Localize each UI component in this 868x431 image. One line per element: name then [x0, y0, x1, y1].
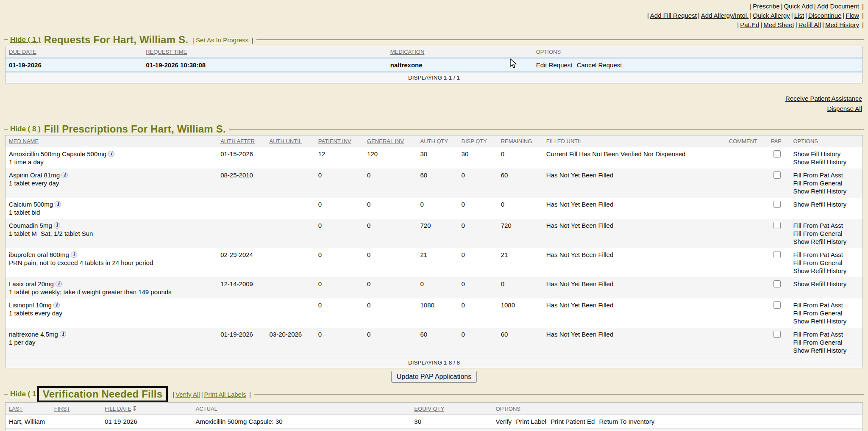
pat-ed-link[interactable]: Pat.Ed [736, 21, 759, 28]
info-icon[interactable]: i [60, 331, 66, 337]
general-inv: 0 [364, 328, 417, 357]
quick-add-link[interactable]: Quick Add [780, 3, 813, 10]
info-icon[interactable]: i [54, 222, 60, 229]
refill-all-link[interactable]: Refill All [794, 21, 821, 28]
auth-after [217, 219, 266, 248]
pap-checkbox[interactable] [773, 222, 781, 229]
print-all-labels-link[interactable]: Print All Labels [200, 391, 246, 398]
verification-hide-link[interactable]: Hide ( 1 ) [10, 390, 41, 398]
add-fill-request-link[interactable]: Add Fill Request [646, 12, 697, 19]
col-remaining: REMAINING [498, 135, 543, 147]
quick-allergy-link[interactable]: Quick Allergy [748, 12, 790, 19]
fill-from-general-link[interactable]: Fill From General [793, 179, 859, 187]
col-medication[interactable]: MEDICATION [387, 46, 533, 58]
fill-from-general-link[interactable]: Fill From General [793, 229, 859, 238]
flow-link[interactable]: Flow [841, 12, 859, 19]
pap-checkbox[interactable] [773, 201, 781, 208]
fill-from-pat-asst-link[interactable]: Fill From Pat Asst [793, 301, 859, 309]
fill-from-pat-asst-link[interactable]: Fill From Pat Asst [793, 171, 859, 179]
verify-link[interactable]: Verify [496, 418, 512, 425]
col-first[interactable]: FIRST [51, 403, 101, 415]
update-pap-applications-button[interactable]: Update PAP Applications [391, 371, 477, 383]
request-row[interactable]: 01-19-2026 01-19-2026 10:38:08 naltrexon… [6, 58, 863, 72]
med-sig: PRN pain, not to exceed 4 tablets in 24 … [9, 259, 214, 267]
disp-qty: 0 [458, 169, 498, 198]
show-refill-history-link[interactable]: Show Refill History [793, 158, 859, 166]
pap-checkbox[interactable] [773, 171, 781, 179]
col-patient-inv[interactable]: PATIENT INV [315, 135, 364, 147]
med-name[interactable]: Lasix oral 20mg [9, 280, 54, 287]
col-general-inv[interactable]: GENERAL INV [364, 135, 417, 147]
auth-until [266, 219, 314, 248]
med-name[interactable]: Coumadin 5mg [9, 222, 52, 229]
prescribe-link[interactable]: Prescribe [748, 3, 779, 10]
show-refill-history-link[interactable]: Show Refill History [793, 280, 859, 288]
med-name[interactable]: ibuprofen oral 600mg [9, 251, 69, 258]
fill-hide-link[interactable]: Hide ( 8 ) [10, 125, 41, 133]
pap-checkbox[interactable] [773, 251, 781, 258]
med-sheet-link[interactable]: Med Sheet [759, 21, 794, 28]
discontinue-link[interactable]: Discontinue [804, 12, 841, 19]
cancel-request-link[interactable]: Cancel Request [577, 61, 622, 69]
col-med-name[interactable]: MED NAME [6, 135, 217, 147]
show-refill-history-link[interactable]: Show Refill History [793, 346, 859, 354]
info-icon[interactable]: i [108, 151, 114, 157]
auth-after: 01-15-2026 [217, 147, 266, 169]
col-request-time[interactable]: REQUEST TIME [142, 46, 387, 58]
pap-checkbox[interactable] [773, 331, 781, 338]
verify-all-link[interactable]: Verify All [171, 391, 200, 398]
print-label-link[interactable]: Print Label [516, 418, 546, 425]
col-last[interactable]: LAST [6, 403, 51, 415]
requests-footer-row: DISPLAYING 1-1 / 1 [6, 72, 863, 83]
med-name[interactable]: Lisinopril 10mg [9, 301, 52, 309]
requests-legend: Hide ( 1 ) Requests For Hart, William S.… [4, 34, 864, 46]
col-fill-date[interactable]: FILL DATE↧ [101, 403, 192, 415]
set-as-in-progress-link[interactable]: Set As In Progress [192, 36, 248, 44]
col-auth-until[interactable]: AUTH UNTIL [266, 135, 314, 147]
auth-qty: 0 [417, 277, 458, 298]
med-name[interactable]: Amoxicillin 500mg Capsule 500mg [9, 150, 106, 157]
pap-checkbox[interactable] [773, 150, 781, 157]
auth-after: 01-19-2026 [217, 328, 266, 357]
list-link[interactable]: List [790, 12, 804, 19]
show-refill-history-link[interactable]: Show Refill History [793, 187, 859, 195]
fill-from-general-link[interactable]: Fill From General [793, 338, 859, 346]
info-icon[interactable]: i [61, 172, 68, 178]
fill-from-pat-asst-link[interactable]: Fill From Pat Asst [793, 251, 859, 259]
add-document-link[interactable]: Add Document [813, 3, 859, 10]
auth-until [266, 277, 314, 298]
add-allergy-intol-link[interactable]: Add Allergy/Intol. [697, 12, 748, 19]
pap-checkbox[interactable] [773, 280, 781, 287]
info-icon[interactable]: i [55, 201, 61, 207]
fill-from-general-link[interactable]: Fill From General [793, 309, 859, 317]
med-name[interactable]: Calcium 500mg [9, 201, 53, 208]
info-icon[interactable]: i [71, 251, 77, 258]
show-refill-history-link[interactable]: Show Refill History [793, 200, 859, 208]
print-patient-ed-link[interactable]: Print Patient Ed [551, 418, 595, 425]
pap-checkbox[interactable] [773, 301, 781, 309]
fill-from-pat-asst-link[interactable]: Fill From Pat Asst [793, 221, 859, 229]
show-refill-history-link[interactable]: Show Refill History [793, 317, 859, 325]
show-fill-history-link[interactable]: Show Fill History [793, 150, 859, 158]
med-history-link[interactable]: Med History [821, 21, 859, 28]
dispense-all-link[interactable]: Dispense All [0, 104, 862, 114]
show-refill-history-link[interactable]: Show Refill History [793, 238, 859, 246]
remaining: 0 [498, 198, 543, 219]
fill-from-general-link[interactable]: Fill From General [793, 259, 859, 267]
show-refill-history-link[interactable]: Show Refill History [793, 267, 859, 275]
info-icon[interactable]: i [56, 281, 62, 287]
row-options: Fill From Pat Asst Fill From General Sho… [790, 248, 862, 277]
med-name[interactable]: naltrexone 4.5mg [9, 331, 58, 338]
verify-first [51, 415, 101, 428]
return-to-inventory-link[interactable]: Return To Inventory [599, 418, 655, 425]
info-icon[interactable]: i [53, 302, 60, 308]
col-auth-after[interactable]: AUTH AFTER [217, 135, 266, 147]
receive-patient-assistance-link[interactable]: Receive Patient Assistance [0, 94, 862, 104]
requests-hide-link[interactable]: Hide ( 1 ) [10, 36, 41, 44]
fill-row-lasix: Lasix oral 20mgi1 tablet po weekly; take… [6, 277, 863, 298]
med-name[interactable]: Aspirin Oral 81mg [9, 171, 60, 179]
fill-from-pat-asst-link[interactable]: Fill From Pat Asst [793, 330, 859, 338]
edit-request-link[interactable]: Edit Request [536, 61, 573, 69]
col-equiv-qty[interactable]: EQUIV QTY [411, 403, 492, 415]
col-due-date[interactable]: DUE DATE [6, 46, 143, 58]
